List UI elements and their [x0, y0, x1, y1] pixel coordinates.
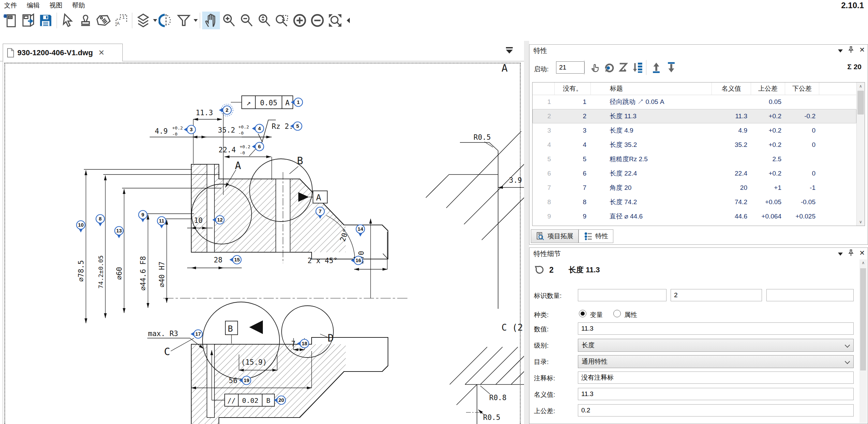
- kind-radio-attribute[interactable]: [613, 310, 621, 317]
- tab-properties[interactable]: 特性: [579, 229, 613, 243]
- nominal-input[interactable]: [578, 388, 854, 400]
- detail-b-label: B: [297, 155, 303, 167]
- layers-icon[interactable]: [134, 12, 152, 29]
- menu-file[interactable]: 文件: [0, 0, 21, 11]
- value-input[interactable]: [578, 322, 854, 335]
- row-index: 3: [533, 123, 554, 138]
- zoom-out-icon[interactable]: [238, 12, 255, 29]
- svg-text:12: 12: [217, 217, 223, 223]
- select-icon[interactable]: [59, 12, 77, 29]
- row-lower: -0.05: [785, 195, 819, 209]
- tab-project-expand[interactable]: 项目拓展: [531, 229, 579, 243]
- row-upper: +1: [751, 181, 785, 195]
- document-tab[interactable]: 930-1200-406-V1.dwg ✕: [3, 44, 123, 61]
- partial-view-icon[interactable]: 1 A: [112, 12, 130, 29]
- filter-dropdown-icon[interactable]: [194, 19, 198, 22]
- scroll-up-icon[interactable]: ∧: [857, 82, 865, 90]
- panel-menu-icon[interactable]: [838, 253, 843, 256]
- tab-list-icon[interactable]: [504, 46, 514, 55]
- class-label: 级别:: [534, 341, 549, 350]
- balloon-13: 13: [115, 227, 123, 239]
- move-top-icon[interactable]: [649, 61, 663, 74]
- open-document-icon[interactable]: [19, 12, 37, 29]
- document-tab-close-icon[interactable]: ✕: [98, 48, 104, 57]
- zoom-in-icon[interactable]: [220, 12, 238, 29]
- enlarge-icon[interactable]: [291, 12, 309, 29]
- upper-tolerance-input[interactable]: [578, 404, 854, 417]
- document-tab-title: 930-1200-406-V1.dwg: [17, 48, 93, 57]
- table-row-6[interactable]: 66长度 22.422.4+0.20: [533, 166, 856, 181]
- pan-icon[interactable]: [202, 12, 220, 29]
- pin-icon[interactable]: [848, 46, 854, 53]
- table-row-1[interactable]: 11径向跳动 ↗ 0.05 A0.05: [533, 95, 856, 109]
- table-row-9[interactable]: 99直径 ⌀ 44.644.6+0.064+0.025: [533, 209, 856, 224]
- col-header-no: 没有。: [554, 82, 590, 95]
- note-input[interactable]: [578, 372, 854, 384]
- kind-radio-variable[interactable]: [579, 310, 586, 317]
- panel-close-icon[interactable]: ✕: [859, 46, 865, 54]
- zigzag-order-icon[interactable]: [617, 61, 630, 74]
- svg-text:8: 8: [99, 216, 102, 222]
- zoom-fit-icon[interactable]: [326, 12, 344, 29]
- pick-hand-icon[interactable]: [588, 61, 602, 74]
- reduce-icon[interactable]: [309, 12, 326, 29]
- list-order-icon[interactable]: [631, 61, 645, 74]
- menu-view[interactable]: 视图: [45, 0, 66, 11]
- details-scrollbar[interactable]: ∧: [859, 259, 867, 423]
- renumber-icon[interactable]: [602, 61, 616, 74]
- catalog-combobox[interactable]: 通用特性: [578, 355, 854, 368]
- view-a-label: A: [502, 62, 508, 74]
- table-row-2-selected[interactable]: 22长度 11.311.3+0.2-0.2: [533, 109, 856, 123]
- dim-22.4-lower: -0: [240, 150, 245, 155]
- row-nominal: 20: [712, 181, 751, 195]
- row-nominal: 74.2: [712, 195, 751, 209]
- project-expand-icon: [536, 232, 545, 241]
- dim-dia40: ⌀40 H7: [158, 261, 166, 287]
- filter-icon[interactable]: [175, 12, 193, 29]
- panel-close-icon[interactable]: ✕: [859, 249, 865, 257]
- row-title: 长度 22.4: [590, 166, 712, 181]
- scroll-up-icon[interactable]: ∧: [859, 259, 867, 266]
- dim-10: 10: [194, 216, 203, 225]
- id-qty-input-3[interactable]: [766, 289, 854, 301]
- properties-table: 没有。 标题 名义值 上公差 下公差 11径向跳动 ↗ 0.05 A0.05 2…: [532, 82, 865, 226]
- drawing-canvas[interactable]: ↗ 0.05 A // 0.02 B 11.3 4.9 +0.2 -0 35.2…: [3, 61, 524, 424]
- id-qty-input-1[interactable]: [578, 289, 667, 301]
- tag-icon[interactable]: [94, 12, 112, 29]
- table-row-7[interactable]: 77角度 2020+1-1: [533, 181, 856, 195]
- table-row-3[interactable]: 33长度 4.94.9+0.20: [533, 123, 856, 138]
- panel-splitter[interactable]: [524, 41, 529, 424]
- menu-edit[interactable]: 编辑: [23, 0, 44, 11]
- move-bottom-icon[interactable]: [664, 61, 678, 74]
- stamp-icon[interactable]: [77, 12, 94, 29]
- tab-properties-label: 特性: [595, 232, 608, 241]
- toolbar-collapse-icon[interactable]: [347, 18, 350, 23]
- scroll-thumb[interactable]: [857, 91, 864, 115]
- zoom-dynamic-icon[interactable]: [255, 12, 273, 29]
- zoom-window-icon[interactable]: [273, 12, 291, 29]
- start-input[interactable]: [556, 61, 585, 74]
- mirror-icon[interactable]: [157, 12, 175, 29]
- scroll-down-icon[interactable]: ∨: [857, 218, 865, 226]
- scroll-thumb[interactable]: [860, 268, 866, 370]
- id-qty-input-2[interactable]: [671, 289, 762, 301]
- menu-help[interactable]: 帮助: [68, 0, 89, 11]
- balloon-icon: [534, 265, 544, 275]
- table-row-8[interactable]: 88长度 74.274.2+0.05-0.05: [533, 195, 856, 209]
- panel-menu-icon[interactable]: [838, 49, 843, 52]
- new-document-icon[interactable]: [1, 12, 19, 29]
- properties-controls: 启动: Σ 20: [529, 57, 868, 80]
- save-icon[interactable]: [37, 12, 55, 29]
- pin-icon[interactable]: [848, 249, 854, 256]
- table-scrollbar[interactable]: ∧ ∨: [856, 82, 865, 226]
- row-upper: 2.5: [751, 152, 785, 166]
- layers-dropdown-icon[interactable]: [153, 19, 157, 22]
- col-header-nominal: 名义值: [712, 82, 751, 95]
- row-upper: +0.2: [751, 166, 785, 181]
- label-r0.5-bottom: R0.5: [483, 413, 500, 422]
- table-row-5[interactable]: 55粗糙度Rz 2.52.5: [533, 152, 856, 166]
- dim-74.2: 74.2±0.05: [97, 255, 104, 289]
- class-combobox[interactable]: 长度: [578, 339, 854, 352]
- table-row-4[interactable]: 44长度 35.235.2+0.20: [533, 138, 856, 152]
- svg-text:4: 4: [258, 125, 261, 131]
